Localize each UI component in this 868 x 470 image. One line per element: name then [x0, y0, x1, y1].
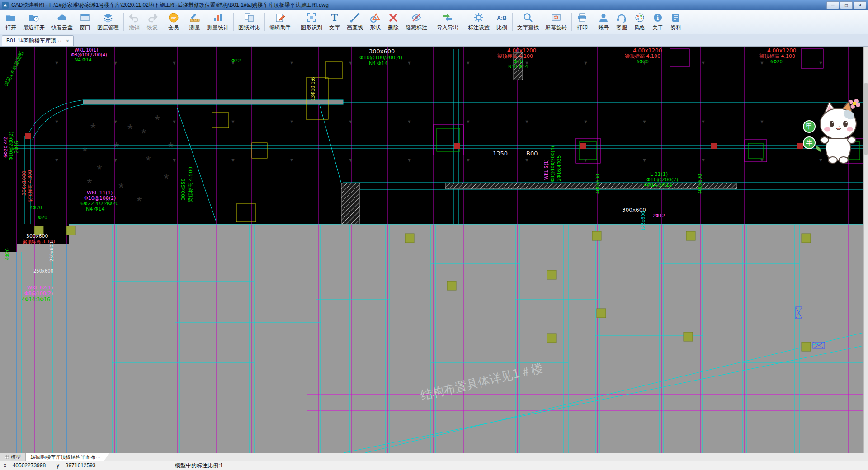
cad-annotation: 6Φ20 4/2 [4, 137, 8, 158]
cad-annotation: 2Φ16;4Φ25 [557, 155, 561, 181]
cad-annotation: 400x600 [596, 174, 600, 194]
toolbar-scan-button[interactable]: 图形识别 [297, 10, 326, 34]
document-tab[interactable]: B01 1#回购楼车库顶··· × [2, 35, 74, 46]
toolbar-vip-button[interactable]: 会员 [165, 10, 183, 34]
toolbar-text-button[interactable]: 文字 [326, 10, 344, 34]
cad-annotation: 结构布置具体详见1＃楼 [420, 362, 544, 402]
cad-annotation: 4Φ14;3Φ16 [22, 297, 50, 302]
cad-annotation: 2Φ12 [653, 214, 665, 218]
vip-icon [168, 12, 179, 23]
delete-icon [388, 12, 399, 23]
cad-annotation: 300x600 [26, 234, 48, 239]
cad-annotation: Φ22 [231, 59, 241, 63]
toolbar-label: 文字查找 [517, 24, 539, 32]
impexp-icon [442, 12, 453, 23]
toolbar-hide-button[interactable]: 隐藏标注 [402, 10, 430, 34]
document-tabbar: B01 1#回购楼车库顶··· × [0, 34, 868, 47]
toolbar-delete-button[interactable]: 删除 [384, 10, 402, 34]
toolbar-rotate-button[interactable]: 屏幕旋转 [542, 10, 570, 34]
toolbar-separator [463, 13, 463, 31]
cad-annotation: 梁顶标高 4.100 [760, 54, 795, 59]
coordinate-x: x = 40502273998 [4, 462, 46, 469]
drawing-canvas[interactable]: ************** ▼▼▼▼▼▼▼▼▼▼▼▼▼▼▼▼▼▼▼▼▼▼▼▼▼… [0, 47, 863, 453]
toolbar-window-button[interactable]: 窗口 [76, 10, 94, 34]
cad-annotation: Φ8@100/200(4) [71, 53, 107, 57]
toolbar-print-button[interactable]: 打印 [573, 10, 591, 34]
cad-annotation: 梁顶标高 4.100 [625, 54, 660, 59]
toolbar-separator [264, 13, 265, 31]
cad-annotation: N4 Φ14 [75, 58, 92, 62]
toolbar-service-button[interactable]: 客服 [613, 10, 631, 34]
cad-annotation: 300x600 [369, 48, 395, 54]
search-icon [523, 12, 533, 23]
toolbar-label: 删除 [388, 24, 399, 32]
ruler-icon [189, 12, 200, 23]
toolbar-ratio-button[interactable]: 比例 [493, 10, 511, 34]
toolbar-label: 撤销 [129, 24, 140, 32]
minimize-button[interactable]: ─ [826, 1, 839, 9]
toolbar-docs-button[interactable]: 资料 [667, 10, 685, 34]
cad-annotation: 300x550 [181, 178, 186, 200]
toolbar-layers-button[interactable]: 图层管理 [94, 10, 122, 34]
toolbar-cloud-button[interactable]: 快看云盘 [48, 10, 76, 34]
toolbar-folderclock-button[interactable]: 最近打开 [20, 10, 48, 34]
toolbar-separator [432, 13, 432, 31]
toolbar-separator [512, 13, 513, 31]
toolbar-label: 文字 [329, 24, 340, 32]
toolbar-label: 账号 [598, 24, 609, 32]
toolbar-ruler-button[interactable]: 测量 [186, 10, 204, 34]
cad-annotation: 4.00x1200 [633, 48, 662, 53]
cad-annotation: 6Φ20 [637, 60, 649, 64]
toolbar-undo-button: 撤销 [125, 10, 143, 34]
toolbar-label: 打印 [577, 24, 588, 32]
toolbar-impexp-button[interactable]: 导入导出 [434, 10, 462, 34]
toolbar-user-button[interactable]: 账号 [594, 10, 613, 34]
vertical-scrollbar[interactable] [863, 47, 868, 453]
scrollbar-thumb[interactable] [864, 83, 868, 155]
cad-annotation: 6Φ20 [770, 60, 783, 64]
toolbar-search-button[interactable]: 文字查找 [514, 10, 542, 34]
toolbar-label: 画直线 [347, 24, 363, 32]
toolbar-label: 资料 [670, 24, 681, 32]
document-tab-label: B01 1#回购楼车库顶··· [6, 37, 61, 45]
toolbar-folder-button[interactable]: 打开 [2, 10, 20, 34]
toolbar-line-button[interactable]: 画直线 [344, 10, 366, 34]
tab-close-icon[interactable]: × [66, 38, 69, 44]
cad-annotation: WKL 10(1) [75, 48, 98, 52]
toolbar-separator [296, 13, 296, 31]
compare-icon [244, 12, 255, 23]
ratio-icon [496, 12, 507, 23]
sheet-tab-active[interactable]: 1#回购楼车库顶板结构平面布··· [26, 453, 109, 461]
cad-annotation: 梁顶标高 4.300 [28, 170, 33, 202]
toolbar-about-button[interactable]: 关于 [649, 10, 667, 34]
toolbar-separator [571, 13, 572, 31]
scan-icon [306, 12, 317, 23]
docs-icon [670, 12, 681, 23]
leaf-icon [816, 146, 821, 152]
cad-annotation: WKL 62(1) [27, 285, 53, 290]
cad-annotation: 6Φ22 4/2;4Φ20 [80, 201, 118, 206]
cad-annotation: Φ10@100(2) [84, 196, 116, 201]
cad-annotation: Φ10@200(2) [9, 132, 14, 160]
toolbar-label: 风格 [634, 24, 645, 32]
cloud-icon [57, 12, 67, 23]
toolbar-style-button[interactable]: 风格 [631, 10, 649, 34]
toolbar-label: 打开 [5, 24, 16, 32]
toolbar-separator [184, 13, 184, 31]
toolbar-label: 比例 [496, 24, 507, 32]
toolbar-edit-button[interactable]: 编辑助手 [266, 10, 294, 34]
toolbar-compare-button[interactable]: 图纸对比 [235, 10, 263, 34]
toolbar-label: 编辑助手 [269, 24, 291, 32]
model-tab[interactable]: 模型 [0, 453, 26, 461]
cad-annotation: Φ10@200(2) [646, 177, 678, 182]
hide-icon [411, 12, 422, 23]
toolbar-stats-button[interactable]: 测量统计 [204, 10, 232, 34]
maximize-button[interactable]: □ [840, 1, 853, 9]
toolbar-label: 图形识别 [301, 24, 322, 32]
mascot-overlay[interactable]: 甲 半 [803, 99, 863, 178]
cad-annotation: Φ18 [514, 60, 523, 64]
toolbar-shapes-button[interactable]: 形状 [366, 10, 384, 34]
close-button[interactable]: ✕ [854, 1, 866, 9]
toolbar-gear-button[interactable]: 标注设置 [465, 10, 493, 34]
cad-annotation: 250x600 [50, 242, 54, 262]
